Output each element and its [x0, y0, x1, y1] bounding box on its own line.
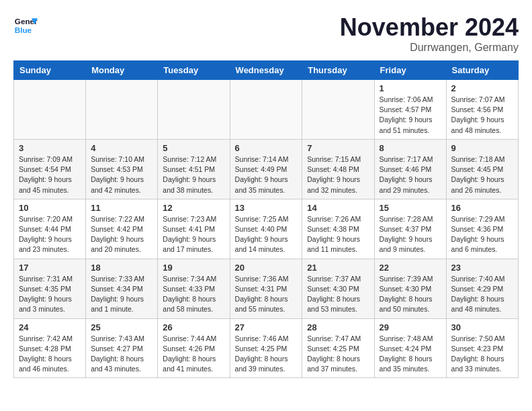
- calendar-cell: 9Sunrise: 7:18 AM Sunset: 4:45 PM Daylig…: [446, 139, 518, 199]
- day-info: Sunrise: 7:25 AM Sunset: 4:40 PM Dayligh…: [235, 214, 298, 255]
- day-info: Sunrise: 7:10 AM Sunset: 4:53 PM Dayligh…: [91, 154, 152, 195]
- calendar-cell: 21Sunrise: 7:37 AM Sunset: 4:30 PM Dayli…: [302, 259, 374, 318]
- day-info: Sunrise: 7:39 AM Sunset: 4:30 PM Dayligh…: [380, 274, 441, 315]
- calendar-cell: 23Sunrise: 7:40 AM Sunset: 4:29 PM Dayli…: [446, 259, 518, 318]
- day-number: 19: [163, 263, 224, 273]
- calendar-cell: 4Sunrise: 7:10 AM Sunset: 4:53 PM Daylig…: [86, 139, 158, 199]
- location: Durrwangen, Germany: [340, 42, 519, 54]
- day-info: Sunrise: 7:15 AM Sunset: 4:48 PM Dayligh…: [307, 154, 369, 195]
- calendar-week-row: 3Sunrise: 7:09 AM Sunset: 4:54 PM Daylig…: [14, 139, 519, 199]
- weekday-header-sunday: Sunday: [14, 61, 86, 80]
- day-info: Sunrise: 7:33 AM Sunset: 4:34 PM Dayligh…: [91, 274, 152, 315]
- day-number: 17: [19, 263, 81, 273]
- calendar-cell: 18Sunrise: 7:33 AM Sunset: 4:34 PM Dayli…: [86, 259, 158, 318]
- day-number: 29: [380, 322, 441, 332]
- calendar-cell: 26Sunrise: 7:44 AM Sunset: 4:26 PM Dayli…: [158, 318, 230, 378]
- logo-icon: General Blue: [13, 13, 38, 38]
- day-info: Sunrise: 7:09 AM Sunset: 4:54 PM Dayligh…: [19, 154, 81, 195]
- calendar-cell: 24Sunrise: 7:42 AM Sunset: 4:28 PM Dayli…: [14, 318, 86, 378]
- calendar-cell: 15Sunrise: 7:28 AM Sunset: 4:37 PM Dayli…: [374, 199, 446, 259]
- day-info: Sunrise: 7:29 AM Sunset: 4:36 PM Dayligh…: [451, 214, 513, 255]
- day-number: 21: [307, 263, 369, 273]
- calendar-week-row: 10Sunrise: 7:20 AM Sunset: 4:44 PM Dayli…: [14, 199, 519, 259]
- day-info: Sunrise: 7:36 AM Sunset: 4:31 PM Dayligh…: [235, 274, 298, 315]
- day-number: 25: [91, 322, 152, 332]
- calendar-cell: 22Sunrise: 7:39 AM Sunset: 4:30 PM Dayli…: [374, 259, 446, 318]
- day-info: Sunrise: 7:07 AM Sunset: 4:56 PM Dayligh…: [451, 95, 513, 136]
- month-title: November 2024: [340, 13, 519, 42]
- calendar-cell: 29Sunrise: 7:48 AM Sunset: 4:24 PM Dayli…: [374, 318, 446, 378]
- weekday-header-tuesday: Tuesday: [158, 61, 230, 80]
- day-number: 3: [19, 143, 81, 153]
- day-info: Sunrise: 7:12 AM Sunset: 4:51 PM Dayligh…: [163, 154, 224, 195]
- calendar-cell: 5Sunrise: 7:12 AM Sunset: 4:51 PM Daylig…: [158, 139, 230, 199]
- day-info: Sunrise: 7:46 AM Sunset: 4:25 PM Dayligh…: [235, 334, 298, 375]
- calendar-cell: 19Sunrise: 7:34 AM Sunset: 4:33 PM Dayli…: [158, 259, 230, 318]
- calendar-cell: 20Sunrise: 7:36 AM Sunset: 4:31 PM Dayli…: [230, 259, 302, 318]
- day-number: 11: [91, 203, 152, 213]
- calendar-cell: 10Sunrise: 7:20 AM Sunset: 4:44 PM Dayli…: [14, 199, 86, 259]
- day-info: Sunrise: 7:47 AM Sunset: 4:25 PM Dayligh…: [307, 334, 369, 375]
- day-number: 1: [380, 83, 441, 93]
- day-number: 18: [91, 263, 152, 273]
- calendar-cell: 30Sunrise: 7:50 AM Sunset: 4:23 PM Dayli…: [446, 318, 518, 378]
- calendar-cell: 25Sunrise: 7:43 AM Sunset: 4:27 PM Dayli…: [86, 318, 158, 378]
- calendar-cell: [230, 80, 302, 140]
- day-info: Sunrise: 7:28 AM Sunset: 4:37 PM Dayligh…: [380, 214, 441, 255]
- day-number: 5: [163, 143, 224, 153]
- calendar-cell: 13Sunrise: 7:25 AM Sunset: 4:40 PM Dayli…: [230, 199, 302, 259]
- calendar-cell: [302, 80, 374, 140]
- day-number: 13: [235, 203, 298, 213]
- calendar-week-row: 1Sunrise: 7:06 AM Sunset: 4:57 PM Daylig…: [14, 80, 519, 140]
- day-number: 2: [451, 83, 513, 93]
- day-info: Sunrise: 7:42 AM Sunset: 4:28 PM Dayligh…: [19, 334, 81, 375]
- day-number: 30: [451, 322, 513, 332]
- calendar-cell: 12Sunrise: 7:23 AM Sunset: 4:41 PM Dayli…: [158, 199, 230, 259]
- day-info: Sunrise: 7:40 AM Sunset: 4:29 PM Dayligh…: [451, 274, 513, 315]
- calendar-week-row: 17Sunrise: 7:31 AM Sunset: 4:35 PM Dayli…: [14, 259, 519, 318]
- calendar-cell: 3Sunrise: 7:09 AM Sunset: 4:54 PM Daylig…: [14, 139, 86, 199]
- day-info: Sunrise: 7:20 AM Sunset: 4:44 PM Dayligh…: [19, 214, 81, 255]
- calendar-cell: [86, 80, 158, 140]
- calendar-cell: 2Sunrise: 7:07 AM Sunset: 4:56 PM Daylig…: [446, 80, 518, 140]
- day-number: 8: [380, 143, 441, 153]
- day-number: 28: [307, 322, 369, 332]
- calendar-cell: 16Sunrise: 7:29 AM Sunset: 4:36 PM Dayli…: [446, 199, 518, 259]
- day-info: Sunrise: 7:18 AM Sunset: 4:45 PM Dayligh…: [451, 154, 513, 195]
- calendar-cell: 7Sunrise: 7:15 AM Sunset: 4:48 PM Daylig…: [302, 139, 374, 199]
- day-number: 26: [163, 322, 224, 332]
- day-number: 23: [451, 263, 513, 273]
- calendar-cell: [14, 80, 86, 140]
- weekday-header-friday: Friday: [374, 61, 446, 80]
- day-info: Sunrise: 7:26 AM Sunset: 4:38 PM Dayligh…: [307, 214, 369, 255]
- day-number: 10: [19, 203, 81, 213]
- day-info: Sunrise: 7:22 AM Sunset: 4:42 PM Dayligh…: [91, 214, 152, 255]
- calendar-cell: 28Sunrise: 7:47 AM Sunset: 4:25 PM Dayli…: [302, 318, 374, 378]
- day-info: Sunrise: 7:43 AM Sunset: 4:27 PM Dayligh…: [91, 334, 152, 375]
- day-info: Sunrise: 7:37 AM Sunset: 4:30 PM Dayligh…: [307, 274, 369, 315]
- calendar-table: SundayMondayTuesdayWednesdayThursdayFrid…: [13, 60, 519, 378]
- calendar-cell: [158, 80, 230, 140]
- day-number: 27: [235, 322, 298, 332]
- day-number: 16: [451, 203, 513, 213]
- day-number: 24: [19, 322, 81, 332]
- day-number: 12: [163, 203, 224, 213]
- day-info: Sunrise: 7:31 AM Sunset: 4:35 PM Dayligh…: [19, 274, 81, 315]
- weekday-header-monday: Monday: [86, 61, 158, 80]
- day-number: 9: [451, 143, 513, 153]
- day-number: 14: [307, 203, 369, 213]
- day-number: 15: [380, 203, 441, 213]
- day-info: Sunrise: 7:17 AM Sunset: 4:46 PM Dayligh…: [380, 154, 441, 195]
- calendar-header-row: SundayMondayTuesdayWednesdayThursdayFrid…: [14, 61, 519, 80]
- calendar-cell: 6Sunrise: 7:14 AM Sunset: 4:49 PM Daylig…: [230, 139, 302, 199]
- page-header: General Blue November 2024 Durrwangen, G…: [13, 13, 519, 54]
- calendar-cell: 17Sunrise: 7:31 AM Sunset: 4:35 PM Dayli…: [14, 259, 86, 318]
- svg-text:Blue: Blue: [15, 26, 32, 34]
- day-info: Sunrise: 7:48 AM Sunset: 4:24 PM Dayligh…: [380, 334, 441, 375]
- calendar-cell: 11Sunrise: 7:22 AM Sunset: 4:42 PM Dayli…: [86, 199, 158, 259]
- day-info: Sunrise: 7:23 AM Sunset: 4:41 PM Dayligh…: [163, 214, 224, 255]
- calendar-cell: 27Sunrise: 7:46 AM Sunset: 4:25 PM Dayli…: [230, 318, 302, 378]
- day-info: Sunrise: 7:06 AM Sunset: 4:57 PM Dayligh…: [380, 95, 441, 136]
- day-number: 22: [380, 263, 441, 273]
- day-number: 20: [235, 263, 298, 273]
